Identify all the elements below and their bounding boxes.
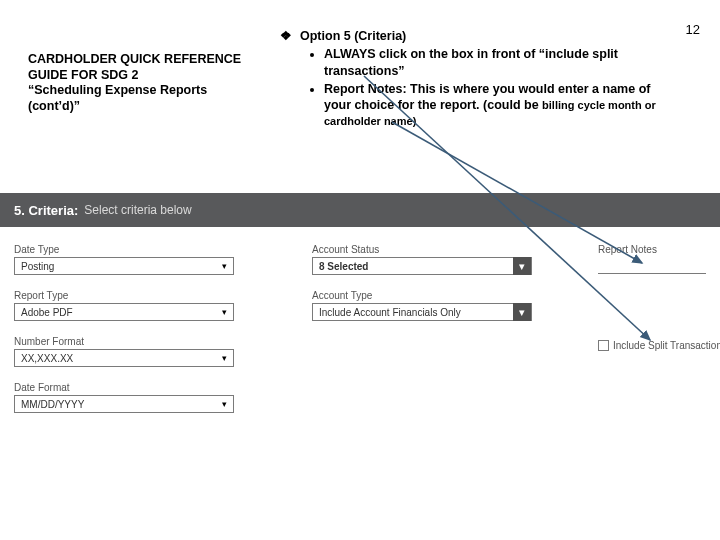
date-format-select[interactable]: MM/DD/YYYY ▾: [14, 395, 234, 413]
account-status-value: 8 Selected: [319, 261, 368, 272]
sidebar-line: CARDHOLDER QUICK REFERENCE: [28, 52, 248, 68]
account-type-select[interactable]: Include Account Financials Only ▾: [312, 303, 532, 321]
report-type-label: Report Type: [14, 290, 234, 301]
account-status-select[interactable]: 8 Selected ▾: [312, 257, 532, 275]
number-format-value: XX,XXX.XX: [21, 353, 73, 364]
include-split-checkbox[interactable]: [598, 340, 609, 351]
report-notes-label: Report Notes: [598, 244, 706, 255]
report-notes-input[interactable]: [598, 257, 706, 274]
date-format-value: MM/DD/YYYY: [21, 399, 84, 410]
include-split-transactions[interactable]: Include Split Transactions: [598, 340, 720, 351]
sidebar-line: GUIDE FOR SDG 2: [28, 68, 248, 84]
date-format-label: Date Format: [14, 382, 234, 393]
sidebar-line: (cont’d)”: [28, 99, 248, 115]
instruction-item: ALWAYS click on the box in front of “inc…: [324, 46, 680, 79]
diamond-bullet-icon: ❖: [280, 28, 292, 132]
report-type-value: Adobe PDF: [21, 307, 73, 318]
criteria-section-header: 5. Criteria: Select criteria below: [0, 193, 720, 227]
number-format-select[interactable]: XX,XXX.XX ▾: [14, 349, 234, 367]
chevron-down-icon: ▾: [513, 303, 531, 321]
account-status-label: Account Status: [312, 244, 532, 255]
sidebar-line: “Scheduling Expense Reports: [28, 83, 248, 99]
chevron-down-icon: ▾: [217, 259, 231, 273]
chevron-down-icon: ▾: [217, 305, 231, 319]
include-split-label: Include Split Transactions: [613, 340, 720, 351]
option-5-heading: Option 5 (Criteria): [300, 28, 680, 44]
account-type-value: Include Account Financials Only: [319, 307, 461, 318]
report-type-select[interactable]: Adobe PDF ▾: [14, 303, 234, 321]
page-number: 12: [686, 22, 700, 37]
instruction-block: ❖ Option 5 (Criteria) ALWAYS click on th…: [280, 28, 680, 132]
section-number: 5. Criteria:: [14, 203, 78, 218]
sidebar-title: CARDHOLDER QUICK REFERENCE GUIDE FOR SDG…: [28, 52, 248, 115]
chevron-down-icon: ▾: [513, 257, 531, 275]
date-type-value: Posting: [21, 261, 54, 272]
account-type-label: Account Type: [312, 290, 532, 301]
chevron-down-icon: ▾: [217, 351, 231, 365]
chevron-down-icon: ▾: [217, 397, 231, 411]
date-type-select[interactable]: Posting ▾: [14, 257, 234, 275]
instruction-item: Report Notes: This is where you would en…: [324, 81, 680, 130]
section-instruction: Select criteria below: [84, 203, 191, 217]
number-format-label: Number Format: [14, 336, 234, 347]
date-type-label: Date Type: [14, 244, 234, 255]
